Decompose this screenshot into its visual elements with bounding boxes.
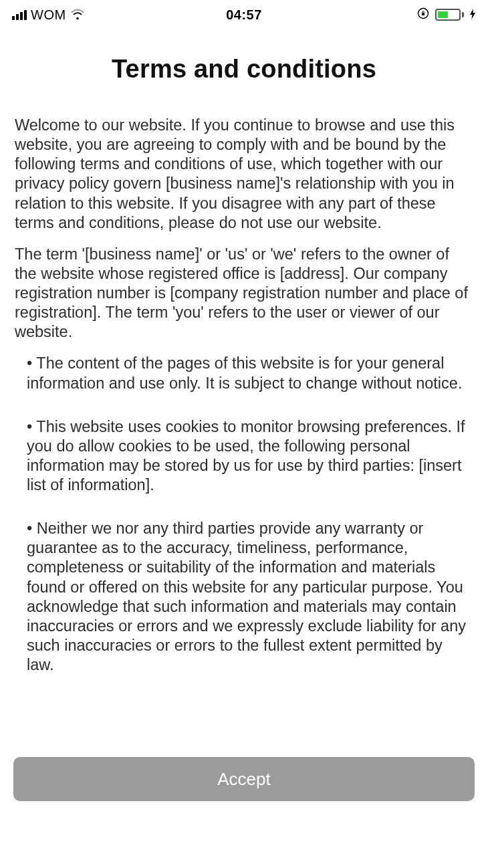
- status-left: WOM: [12, 7, 85, 23]
- svg-rect-1: [422, 13, 424, 15]
- charging-bolt-icon: [469, 7, 476, 23]
- intro-paragraph-1: Welcome to our website. If you continue …: [15, 116, 473, 233]
- status-bar: WOM 04:57: [0, 0, 488, 29]
- intro-paragraph-2: The term '[business name]' or 'us' or 'w…: [15, 245, 473, 342]
- battery-icon: [435, 9, 464, 21]
- page-title: Terms and conditions: [0, 55, 488, 84]
- terms-content[interactable]: Welcome to our website. If you continue …: [0, 116, 488, 718]
- status-time: 04:57: [226, 7, 262, 23]
- rotation-lock-icon: [416, 7, 430, 23]
- status-right: [416, 7, 476, 23]
- carrier-label: WOM: [31, 7, 66, 23]
- accept-button-wrapper: Accept: [13, 757, 475, 801]
- bullet-item: • The content of the pages of this websi…: [27, 354, 471, 393]
- bullet-item: • This website uses cookies to monitor b…: [27, 417, 471, 496]
- bullet-list: • The content of the pages of this websi…: [15, 354, 473, 675]
- bullet-item: • Neither we nor any third parties provi…: [27, 519, 471, 675]
- signal-icon: [12, 9, 27, 20]
- wifi-icon: [70, 7, 85, 23]
- accept-button[interactable]: Accept: [13, 757, 475, 801]
